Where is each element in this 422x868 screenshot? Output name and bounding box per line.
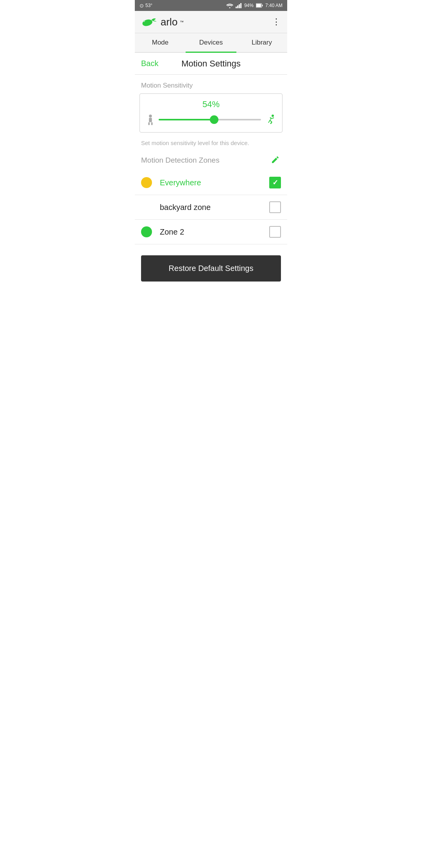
svg-point-14 <box>272 115 274 117</box>
svg-point-7 <box>142 18 153 27</box>
battery-icon <box>256 3 263 8</box>
backyard-name: backyard zone <box>160 203 269 212</box>
zone-item-backyard[interactable]: backyard zone <box>135 195 287 220</box>
slider-container: 54% <box>139 93 283 133</box>
slider-row <box>146 114 276 125</box>
temperature: 53° <box>145 3 152 8</box>
tab-mode[interactable]: Mode <box>135 33 186 52</box>
status-bar: ⊙ 53° 94% 7:40 AM <box>135 0 287 11</box>
wifi-icon <box>226 3 233 8</box>
svg-rect-2 <box>239 4 240 8</box>
logo-text: arlo <box>161 16 177 28</box>
slider-value: 54% <box>146 99 276 109</box>
svg-rect-12 <box>148 122 150 125</box>
backyard-dot <box>141 202 152 213</box>
arlo-logo-icon <box>141 15 158 29</box>
svg-rect-1 <box>237 5 238 8</box>
person-icon <box>146 114 155 125</box>
back-button[interactable]: Back <box>141 59 168 68</box>
backyard-checkbox[interactable] <box>269 201 281 213</box>
signal-icon <box>236 3 242 8</box>
zone-item-everywhere[interactable]: Everywhere <box>135 170 287 195</box>
status-right: 94% 7:40 AM <box>226 3 283 8</box>
svg-line-15 <box>272 118 274 118</box>
logo: arlo™ <box>141 15 184 29</box>
tab-devices[interactable]: Devices <box>186 33 236 52</box>
zones-header: Motion Detection Zones <box>135 146 287 170</box>
slider-wrapper[interactable] <box>159 116 261 124</box>
svg-rect-13 <box>151 122 153 125</box>
time-display: 7:40 AM <box>265 3 283 8</box>
svg-rect-3 <box>240 3 241 8</box>
everywhere-checkbox[interactable] <box>269 177 281 188</box>
tab-bar: Mode Devices Library <box>135 33 287 53</box>
battery-pct: 94% <box>244 3 254 8</box>
main-content: Motion Sensitivity 54% <box>135 75 287 282</box>
tab-library[interactable]: Library <box>236 33 287 52</box>
zone2-name: Zone 2 <box>160 228 269 237</box>
restore-defaults-button[interactable]: Restore Default Settings <box>141 255 281 282</box>
svg-point-10 <box>149 115 152 117</box>
more-menu-icon[interactable]: ⋮ <box>272 17 281 27</box>
page-title: Motion Settings <box>181 59 241 69</box>
everywhere-dot <box>141 177 152 188</box>
svg-rect-11 <box>149 118 152 122</box>
navigation-row: Back Motion Settings <box>135 53 287 75</box>
run-icon <box>265 114 276 125</box>
pencil-svg <box>271 154 281 164</box>
status-circle-icon: ⊙ <box>139 3 144 9</box>
motion-sensitivity-label: Motion Sensitivity <box>135 75 287 93</box>
logo-tm: ™ <box>180 20 184 24</box>
zone2-dot <box>141 226 152 237</box>
svg-rect-5 <box>256 4 261 7</box>
zone2-checkbox[interactable] <box>269 226 281 238</box>
everywhere-name: Everywhere <box>160 178 269 187</box>
app-header: arlo™ ⋮ <box>135 11 287 33</box>
svg-point-9 <box>144 21 145 22</box>
zone-item-zone2[interactable]: Zone 2 <box>135 220 287 244</box>
hint-text: Set motion sensitivity level for this de… <box>135 136 287 146</box>
status-left: ⊙ 53° <box>139 3 152 9</box>
edit-zones-icon[interactable] <box>271 154 281 167</box>
zones-label: Motion Detection Zones <box>141 156 220 165</box>
svg-rect-6 <box>262 5 263 6</box>
svg-rect-0 <box>236 7 237 8</box>
